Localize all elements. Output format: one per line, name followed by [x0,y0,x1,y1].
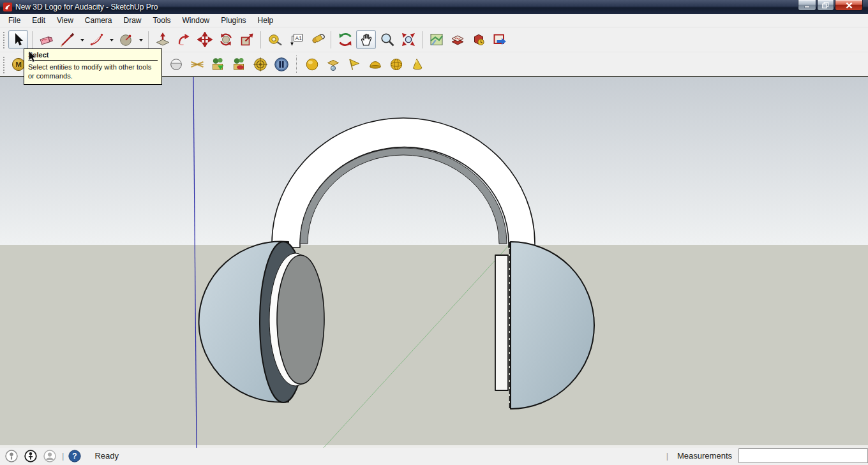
toggle-terrain-icon [450,32,465,47]
right-earcup-panel [495,255,508,390]
geolocation-icon[interactable] [4,449,19,463]
orbit-button[interactable] [335,30,355,49]
toolbar-separator [260,31,261,48]
followme-icon [176,32,191,47]
scale-icon [239,32,255,47]
tape-measure-button[interactable] [265,30,285,49]
pause-button[interactable] [271,55,291,74]
pan-icon [359,32,374,47]
arc-icon [89,32,105,47]
pause-icon [274,57,289,72]
zoom-extents-icon [401,32,416,47]
statusbar-separator: | [62,451,64,461]
chevron-down-icon [80,39,84,43]
followme-button[interactable] [174,30,193,49]
gold-cone-button[interactable] [407,55,427,74]
gold-dome-button[interactable] [365,55,385,74]
text-icon: A1 [288,32,304,47]
menu-plugins[interactable]: Plugins [215,15,251,26]
gray-sphere-button[interactable] [166,55,186,74]
menu-draw[interactable]: Draw [118,15,147,26]
select-button[interactable] [8,30,28,49]
preview-google-earth-button[interactable] [490,30,509,49]
menu-tools[interactable]: Tools [147,15,177,26]
line-button[interactable] [57,30,77,49]
trees-import-button[interactable] [208,55,228,74]
crossed-sticks-icon [190,57,205,72]
measurements-label: Measurements [677,451,732,461]
help-icon[interactable]: ? [68,449,82,463]
ground [0,245,868,446]
statusbar-separator: | [666,451,668,461]
svg-text:A1: A1 [295,35,302,41]
text-button[interactable]: A1 [286,30,306,49]
gold-cone-icon [410,57,425,72]
crossed-sticks-button[interactable] [187,55,207,74]
svg-text:M: M [15,61,22,68]
viewport-canvas[interactable] [0,77,868,448]
toggle-terrain-button[interactable] [447,30,467,49]
menu-camera[interactable]: Camera [79,15,118,26]
arc-dropdown[interactable] [107,30,116,49]
zoom-extents-button[interactable] [398,30,418,49]
gold-target-button[interactable] [250,55,270,74]
photo-textures-button[interactable] [468,30,488,49]
zoom-icon [380,32,395,47]
toolbar-separator [296,55,297,73]
trees-export-button[interactable] [229,55,249,74]
menu-help[interactable]: Help [252,15,280,26]
photo-textures-icon [471,32,486,47]
toolbar-gripper-2[interactable] [2,55,6,73]
gold-sphere-wire-icon [389,57,404,72]
attribution-icon[interactable] [24,449,38,463]
circle-dropdown[interactable] [137,30,145,49]
svg-text:?: ? [73,452,77,461]
plane-sphere-button[interactable] [323,55,343,74]
chevron-down-icon [139,39,143,43]
title-bar: New 3D Logo for Audacity - SketchUp Pro [0,0,868,14]
toolbar-separator [148,31,149,48]
modeling-viewport[interactable] [0,76,868,447]
rotate-icon [218,32,234,47]
zoom-button[interactable] [377,30,397,49]
pushpull-icon [155,32,170,47]
menu-view[interactable]: View [51,15,79,26]
gold-target-icon [253,57,268,72]
menu-bar: FileEditViewCameraDrawToolsWindowPlugins… [0,14,868,27]
close-button[interactable] [835,0,863,11]
select-tool-tooltip: Select Select entities to modify with ot… [24,48,162,85]
gold-sphere-wire-button[interactable] [386,55,406,74]
measurements-input[interactable] [738,448,868,463]
minimize-button[interactable] [798,0,816,11]
plane-sphere-icon [326,57,341,72]
rotate-button[interactable] [216,30,236,49]
eraser-icon [39,32,54,47]
menu-edit[interactable]: Edit [26,15,51,26]
gold-flag-button[interactable] [344,55,364,74]
toolbar-gripper[interactable] [2,31,6,48]
paint-bucket-icon [310,32,325,47]
sky [0,77,868,245]
sketchup-window: New 3D Logo for Audacity - SketchUp Pro … [0,0,868,465]
tape-measure-icon [267,32,283,47]
mouse-cursor-icon [28,51,37,66]
toolbar-separator [422,31,423,48]
menu-window[interactable]: Window [177,15,216,26]
pan-button[interactable] [356,30,376,49]
scale-button[interactable] [237,30,257,49]
pushpull-button[interactable] [153,30,172,49]
restore-button[interactable] [817,0,834,11]
eraser-button[interactable] [36,30,56,49]
sign-in-icon[interactable] [43,449,57,463]
gold-sphere-button[interactable] [302,55,322,74]
status-text: Ready [94,451,119,461]
line-icon [60,32,75,47]
move-button[interactable] [195,30,214,49]
line-dropdown[interactable] [78,30,86,49]
menu-file[interactable]: File [3,15,26,26]
circle-icon [119,32,134,47]
arc-button[interactable] [87,30,107,49]
paint-bucket-button[interactable] [307,30,327,49]
add-location-button[interactable] [426,30,446,49]
circle-button[interactable] [116,30,136,49]
